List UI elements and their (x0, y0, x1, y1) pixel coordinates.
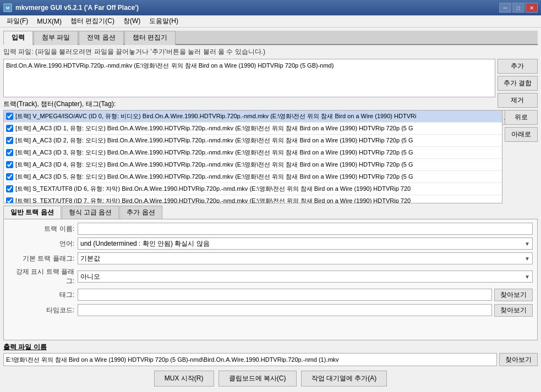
restore-button[interactable]: □ (512, 3, 524, 13)
track-row[interactable]: [트랙] A_AC3 (ID 4, 유형: 오디오) Bird.On.A.Wir… (4, 159, 502, 171)
title-bar-left: M mkvmerge GUI v5.2.1 ('A Far Off Place'… (3, 3, 139, 12)
track-with-nav: [트랙] V_MPEG4/ISO/AVC (ID 0, 유형: 비디오) Bir… (3, 110, 538, 203)
opt-tab-extra[interactable]: 추가 옵션 (119, 206, 162, 219)
language-dropdown-arrow: ▼ (524, 241, 530, 247)
track-row[interactable]: [트랙] A_AC3 (ID 1, 유형: 오디오) Bird.On.A.Wir… (4, 123, 502, 135)
add-to-queue-button[interactable]: 작업 대기열에 추가(A) (301, 371, 387, 387)
track-row[interactable]: [트랙] S_TEXT/UTF8 (ID 7, 유형: 자막) Bird.On.… (4, 195, 502, 203)
tags-browse-button[interactable]: 찾아보기 (494, 289, 533, 301)
input-btn-col: 추가 추가 결합 제거 모두 제거 (498, 59, 538, 97)
track-text: [트랙] A_AC3 (ID 1, 유형: 오디오) Bird.On.A.Wir… (15, 124, 413, 132)
track-checkbox[interactable] (6, 161, 13, 168)
opt-tab-general[interactable]: 일반 트랙 옵션 (3, 206, 61, 219)
main-window: 입력 첨부 파일 전역 옵션 챕터 편집기 입력 파일: (파일을 불러오려면 … (0, 27, 541, 392)
track-checkbox[interactable] (6, 113, 13, 120)
copy-clipboard-button[interactable]: 클립보드에 복사(C) (218, 371, 297, 387)
title-bar: M mkvmerge GUI v5.2.1 ('A Far Off Place'… (0, 0, 541, 15)
tab-attachments[interactable]: 첨부 파일 (34, 31, 78, 45)
timecode-browse-button[interactable]: 찾아보기 (494, 304, 533, 317)
menu-window[interactable]: 창(W) (119, 15, 145, 27)
track-row[interactable]: [트랙] A_AC3 (ID 3, 유형: 오디오) Bird.On.A.Wir… (4, 147, 502, 159)
bottom-buttons: MUX 시작(R) 클립보드에 복사(C) 작업 대기열에 추가(A) (3, 368, 538, 389)
mux-start-button[interactable]: MUX 시작(R) (154, 371, 214, 387)
svg-text:M: M (6, 5, 10, 10)
track-row[interactable]: [트랙] A_AC3 (ID 2, 유형: 오디오) Bird.On.A.Wir… (4, 135, 502, 147)
forced-track-flag-label: 강제 표시 트랙 플래그: (8, 267, 74, 286)
timecode-label: 타임코드: (8, 306, 74, 315)
tags-label: 태그: (8, 290, 74, 300)
output-path-input[interactable] (3, 353, 497, 366)
minimize-button[interactable]: ─ (499, 3, 511, 13)
output-section: 출력 파일 이름 찾아보기 (3, 343, 538, 366)
track-row[interactable]: [트랙] S_TEXT/UTF8 (ID 6, 유형: 자막) Bird.On.… (4, 183, 502, 195)
nav-buttons: 위로 아래로 (505, 110, 538, 203)
track-name-input[interactable] (78, 223, 533, 235)
default-track-flag-label: 기본 트랙 플래그: (8, 254, 74, 263)
output-browse-button[interactable]: 찾아보기 (499, 353, 538, 366)
track-text: [트랙] S_TEXT/UTF8 (ID 7, 유형: 자막) Bird.On.… (15, 197, 411, 203)
input-file-box[interactable]: Bird.On.A.Wire.1990.HDTVRip.720p.-nmd.mk… (3, 59, 495, 97)
tags-input[interactable] (78, 289, 492, 301)
input-file-text: Bird.On.A.Wire.1990.HDTVRip.720p.-nmd.mk… (6, 62, 493, 70)
options-section: 일반 트랙 옵션 형식 고급 옵션 추가 옵션 트랙 이름: 언어: und (… (3, 206, 538, 340)
add-append-button[interactable]: 추가 결합 (498, 76, 538, 91)
input-section-label: 입력 파일: (파일을 불러오려면 파일을 끌어놓거나 '추가'버튼을 눌러 불… (3, 47, 538, 57)
menu-bar: 파일(F) MUX(M) 챕터 편집기(C) 창(W) 도움말(H) (0, 15, 541, 27)
track-row[interactable]: [트랙] A_AC3 (ID 5, 유형: 오디오) Bird.On.A.Wir… (4, 171, 502, 183)
forced-track-flag-dropdown[interactable]: 아니오 ▼ (78, 270, 533, 283)
menu-file[interactable]: 파일(F) (2, 15, 32, 27)
track-text: [트랙] A_AC3 (ID 3, 유형: 오디오) Bird.On.A.Wir… (15, 148, 413, 157)
default-track-flag-dropdown[interactable]: 기본값 ▼ (78, 252, 533, 264)
track-checkbox[interactable] (6, 125, 13, 132)
track-checkbox[interactable] (6, 185, 13, 192)
forced-track-flag-value: 아니오 (80, 272, 100, 281)
tab-global-options[interactable]: 전역 옵션 (79, 31, 123, 45)
tab-input[interactable]: 입력 (3, 31, 33, 45)
default-track-flag-arrow: ▼ (524, 256, 530, 262)
track-name-row: 트랙 이름: (8, 223, 533, 235)
window-title: mkvmerge GUI v5.2.1 ('A Far Off Place') (15, 4, 139, 12)
output-row: 찾아보기 (3, 353, 538, 366)
track-checkbox[interactable] (6, 137, 13, 144)
app-icon: M (3, 3, 12, 12)
track-text: [트랙] V_MPEG4/ISO/AVC (ID 0, 유형: 비디오) Bir… (15, 112, 416, 120)
menu-chapter-editor[interactable]: 챕터 편집기(C) (66, 15, 119, 27)
track-text: [트랙] A_AC3 (ID 4, 유형: 오디오) Bird.On.A.Wir… (15, 161, 413, 169)
output-label: 출력 파일 이름 (3, 343, 538, 352)
forced-track-flag-arrow: ▼ (524, 274, 530, 280)
tags-row: 태그: 찾아보기 (8, 289, 533, 301)
tab-chapter-editor[interactable]: 챕터 편집기 (124, 31, 176, 45)
forced-track-flag-row: 강제 표시 트랙 플래그: 아니오 ▼ (8, 267, 533, 286)
input-section: 입력 파일: (파일을 불러오려면 파일을 끌어놓거나 '추가'버튼을 눌러 불… (3, 47, 538, 97)
tags-field-group: 찾아보기 (78, 289, 533, 301)
track-text: [트랙] A_AC3 (ID 5, 유형: 오디오) Bird.On.A.Wir… (15, 173, 413, 181)
add-button[interactable]: 추가 (498, 59, 538, 74)
language-value: und (Undetermined : 확인 안됨) 확실시 않음 (80, 239, 210, 249)
track-text: [트랙] S_TEXT/UTF8 (ID 6, 유형: 자막) Bird.On.… (15, 185, 411, 193)
language-dropdown[interactable]: und (Undetermined : 확인 안됨) 확실시 않음 ▼ (78, 238, 533, 250)
main-tab-bar: 입력 첨부 파일 전역 옵션 챕터 편집기 (3, 31, 538, 45)
track-section-label: 트랙(Track), 챕터(Chapter), 태그(Tag): (3, 100, 538, 109)
move-up-button[interactable]: 위로 (505, 110, 538, 125)
track-text: [트랙] A_AC3 (ID 2, 유형: 오디오) Bird.On.A.Wir… (15, 136, 413, 145)
menu-mux[interactable]: MUX(M) (32, 15, 66, 27)
close-button[interactable]: ✕ (526, 3, 538, 13)
input-row: Bird.On.A.Wire.1990.HDTVRip.720p.-nmd.mk… (3, 59, 538, 97)
track-checkbox[interactable] (6, 197, 13, 203)
track-list[interactable]: [트랙] V_MPEG4/ISO/AVC (ID 0, 유형: 비디오) Bir… (3, 110, 502, 203)
window-controls: ─ □ ✕ (499, 3, 538, 13)
timecode-field-group: 찾아보기 (78, 304, 533, 317)
track-checkbox[interactable] (6, 149, 13, 156)
menu-help[interactable]: 도움말(H) (145, 15, 183, 27)
track-section: 트랙(Track), 챕터(Chapter), 태그(Tag): [트랙] V_… (3, 100, 538, 203)
language-row: 언어: und (Undetermined : 확인 안됨) 확실시 않음 ▼ (8, 238, 533, 250)
default-track-flag-value: 기본값 (80, 254, 100, 263)
opt-tab-format[interactable]: 형식 고급 옵션 (62, 206, 119, 219)
timecode-input[interactable] (78, 304, 492, 316)
track-checkbox[interactable] (6, 173, 13, 180)
options-content: 트랙 이름: 언어: und (Undetermined : 확인 안됨) 확실… (3, 219, 538, 340)
track-row[interactable]: [트랙] V_MPEG4/ISO/AVC (ID 0, 유형: 비디오) Bir… (4, 111, 502, 123)
language-label: 언어: (8, 239, 74, 249)
timecode-row: 타임코드: 찾아보기 (8, 304, 533, 317)
move-down-button[interactable]: 아래로 (505, 127, 538, 142)
